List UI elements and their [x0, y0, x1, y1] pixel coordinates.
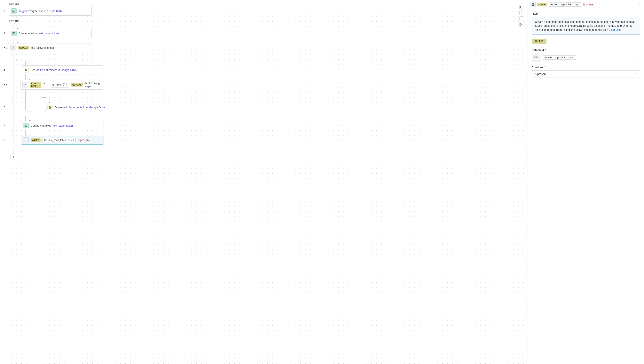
foreach-post-text: the following steps: [85, 82, 101, 88]
token-pill[interactable]: next_page_token Step 2: [43, 138, 76, 142]
foreach-tag: FOR EACH: [30, 82, 41, 88]
while-tab[interactable]: WHILE: [532, 38, 546, 44]
trigger-card[interactable]: Trigger every 5 days at 12:00:00 AM: [9, 7, 92, 16]
step-collapse-toggle[interactable]: ▼5: [4, 83, 8, 86]
step-number: 1: [4, 10, 8, 13]
repeat-tag: REPEAT: [71, 83, 83, 86]
step-collapse-toggle[interactable]: ▼3: [4, 46, 8, 49]
variable-icon: [23, 123, 29, 128]
trigger-section-label: TRIGGER: [9, 3, 520, 6]
actions-section-label: ACTIONS: [9, 20, 520, 22]
trigger-text: Trigger every 5 days at 12:00:00 AM: [19, 10, 62, 13]
help-toggle[interactable]: HELP ▲: [532, 13, 640, 15]
close-panel-button[interactable]: [637, 2, 641, 7]
repeat-tag: REPEAT: [18, 46, 30, 50]
chevron-up-icon: ▲: [539, 13, 541, 15]
step-number: 6: [4, 106, 8, 109]
token-pill[interactable]: next_page_token Step 2: [549, 2, 582, 7]
scheduler-icon: [11, 8, 17, 14]
undo-button[interactable]: [519, 5, 524, 9]
step-number: 8: [4, 138, 8, 142]
step-number: 7: [4, 124, 8, 127]
data-field-label: Data field *: [532, 48, 640, 52]
step-number: 4: [4, 68, 8, 72]
create-variable-text: Create variable next_page_token: [19, 32, 59, 35]
chevron-down-icon: ▼: [635, 73, 637, 75]
step-detail-panel: WHILE next_page_token Step 2 is present …: [528, 0, 644, 364]
while-card[interactable]: WHILE next_page_token Step 2 is present: [21, 136, 104, 144]
download-file-text: Download file contents from Google Drive: [55, 106, 105, 109]
header-condition-text: is present: [583, 3, 595, 6]
search-drive-text: Search files or folders in Google Drive: [31, 68, 77, 72]
add-condition-button[interactable]: +: [534, 92, 540, 98]
help-description: Create a loop that repeats a fixed numbe…: [532, 17, 640, 35]
variable-icon: [44, 138, 47, 142]
data-field-input[interactable]: ABC next_page_token Step 2: [532, 53, 640, 62]
foreach-pre-text: item in: [43, 82, 49, 88]
token-pill[interactable]: next_page_token Step 2: [543, 55, 576, 60]
variable-icon: [11, 30, 17, 36]
search-drive-card[interactable]: Search files or folders in Google Drive: [21, 66, 104, 74]
google-drive-icon: [23, 67, 29, 73]
fit-button[interactable]: [519, 22, 524, 27]
variable-icon: [544, 56, 547, 59]
field-type-indicator: ABC: [532, 54, 541, 62]
condition-label: Condition *: [532, 66, 640, 69]
loop-icon: [530, 2, 536, 7]
while-tag: WHILE: [31, 138, 41, 142]
google-drive-icon: [52, 83, 55, 86]
condition-value: is present: [535, 72, 546, 76]
panel-header: WHILE next_page_token Step 2 is present: [528, 0, 644, 9]
config-tabs: WHILE: [532, 38, 640, 44]
resize-handle-icon[interactable]: [637, 59, 639, 61]
see-examples-link[interactable]: See examples: [603, 28, 620, 31]
loop-icon: [23, 138, 29, 143]
download-file-card[interactable]: Download file contents from Google Drive: [45, 103, 128, 112]
svg-point-0: [521, 24, 522, 25]
loop-icon: [23, 82, 28, 88]
foreach-card[interactable]: FOR EACH item in Files Step 4 REPEAT the…: [20, 80, 103, 90]
loop-icon: [10, 45, 16, 50]
update-variable-card[interactable]: Update variables next_page_token: [21, 121, 104, 130]
while-tag: WHILE: [537, 3, 547, 6]
while-condition-text: is present: [78, 138, 90, 142]
update-variable-text: Update variables next_page_token: [31, 124, 73, 127]
step-number: 2: [4, 32, 8, 35]
zoom-out-button[interactable]: −: [519, 16, 524, 21]
variable-icon: [550, 3, 553, 6]
files-pill[interactable]: Files Step 4: [51, 82, 69, 88]
create-variable-card[interactable]: Create variable next_page_token: [9, 29, 92, 38]
condition-select[interactable]: is present ▼: [532, 70, 640, 78]
workflow-canvas[interactable]: + − TRIGGER 1 Trigger every 5 days at 12…: [0, 0, 528, 364]
zoom-in-button[interactable]: +: [519, 10, 524, 15]
add-step-button[interactable]: +: [11, 154, 16, 160]
repeat-card[interactable]: REPEAT the following steps: [8, 43, 91, 52]
repeat-text: the following steps: [32, 46, 54, 49]
google-drive-icon: [47, 105, 53, 110]
